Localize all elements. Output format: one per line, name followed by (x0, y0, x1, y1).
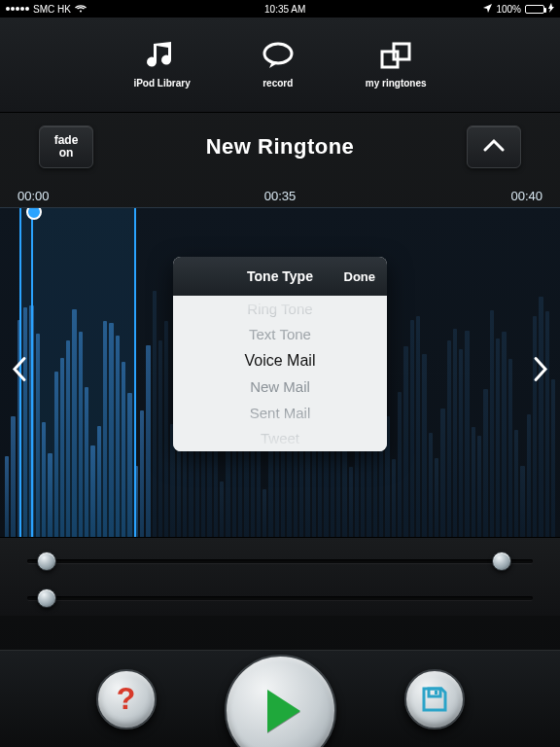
tab-my-ringtones[interactable]: my ringtones (366, 41, 427, 89)
chevron-right-icon (533, 358, 548, 388)
done-button[interactable]: Done (344, 269, 376, 284)
collapse-button[interactable] (467, 125, 521, 168)
save-icon (420, 685, 449, 714)
signal-dots-icon (6, 7, 29, 11)
tab-label: record (262, 78, 293, 89)
sliders-panel (0, 538, 560, 616)
popover-header: Tone Type Done (173, 257, 387, 296)
squares-icon (376, 41, 415, 72)
speech-bubble-icon (259, 41, 298, 72)
tab-label: iPod Library (133, 78, 190, 89)
popover-title: Tone Type (247, 268, 313, 284)
help-button[interactable]: ? (96, 669, 157, 729)
save-button[interactable] (404, 669, 465, 729)
timecode-start: 00:00 (18, 189, 50, 203)
fade-toggle-button[interactable]: fade on (39, 125, 93, 168)
volume-knob[interactable] (37, 588, 56, 608)
play-button[interactable] (225, 655, 336, 747)
status-bar: SMC HK 10:35 AM 100% (0, 0, 560, 18)
wifi-icon (75, 4, 87, 15)
chevron-left-icon (12, 358, 27, 388)
timecode-row: 00:00 00:35 00:40 (0, 181, 560, 207)
location-icon (483, 4, 492, 15)
picker-option[interactable]: Tweet (261, 425, 299, 451)
trim-range-slider[interactable] (27, 551, 533, 571)
tone-type-picker[interactable]: Ring ToneText ToneVoice MailNew MailSent… (173, 296, 387, 451)
trim-end-knob[interactable] (492, 551, 511, 571)
svg-rect-4 (435, 691, 438, 694)
prev-button[interactable] (2, 347, 37, 399)
charging-icon (548, 3, 554, 15)
chevron-up-icon (483, 138, 505, 156)
picker-option[interactable]: Ring Tone (247, 296, 312, 322)
selection-range[interactable] (19, 208, 136, 537)
slider-track (27, 596, 533, 600)
page-title: New Ringtone (206, 134, 355, 160)
question-icon: ? (117, 681, 136, 717)
timecode-mid: 00:35 (264, 189, 297, 203)
play-icon (267, 690, 300, 732)
trim-start-knob[interactable] (37, 551, 56, 571)
music-note-icon (143, 41, 182, 72)
carrier-label: SMC HK (33, 4, 71, 15)
tab-label: my ringtones (366, 78, 427, 89)
bottom-controls: ? (0, 650, 560, 747)
volume-slider[interactable] (27, 588, 533, 608)
picker-option[interactable]: New Mail (250, 374, 310, 400)
timecode-end: 00:40 (510, 189, 542, 203)
battery-icon (525, 5, 544, 14)
tab-record[interactable]: record (259, 41, 298, 89)
picker-option[interactable]: Voice Mail (245, 347, 316, 374)
fade-line2: on (59, 147, 74, 160)
picker-option[interactable]: Sent Mail (250, 400, 311, 426)
tab-ipod-library[interactable]: iPod Library (133, 41, 190, 89)
picker-option[interactable]: Text Tone (249, 322, 311, 348)
status-time: 10:35 AM (264, 4, 305, 15)
svg-point-0 (264, 44, 292, 63)
battery-pct: 100% (496, 4, 521, 15)
title-bar: fade on New Ringtone (0, 113, 560, 181)
next-button[interactable] (523, 347, 558, 399)
top-tabs: iPod Library record my ringtones (0, 18, 560, 113)
tone-type-popover: Tone Type Done Ring ToneText ToneVoice M… (173, 257, 387, 451)
slider-track (27, 559, 533, 563)
